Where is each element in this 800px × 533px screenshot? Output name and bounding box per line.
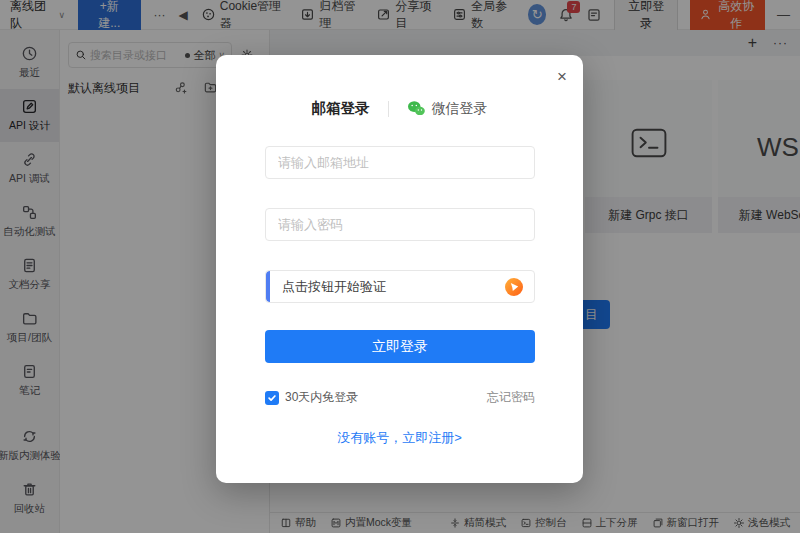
login-modal: × 邮箱登录 微信登录 点击按钮开始验证 立即登录 30天内免登录 忘记密码 没… xyxy=(216,55,583,483)
forgot-password-link[interactable]: 忘记密码 xyxy=(487,389,535,406)
register-link[interactable]: 没有账号，立即注册> xyxy=(216,429,583,447)
tab-wechat-login[interactable]: 微信登录 xyxy=(407,100,488,118)
close-icon[interactable]: × xyxy=(557,68,567,85)
tab-email-login[interactable]: 邮箱登录 xyxy=(312,99,370,118)
captcha-button[interactable]: 点击按钮开始验证 xyxy=(265,270,535,303)
remember-checkbox[interactable] xyxy=(265,391,279,405)
wechat-icon xyxy=(407,100,426,117)
captcha-accent-bar xyxy=(266,271,270,302)
captcha-verify-icon xyxy=(504,277,524,297)
remember-label: 30天内免登录 xyxy=(285,389,358,406)
login-button[interactable]: 立即登录 xyxy=(265,330,535,363)
email-field[interactable] xyxy=(265,146,535,179)
login-tabs: 邮箱登录 微信登录 xyxy=(216,99,583,118)
password-field[interactable] xyxy=(265,208,535,241)
tab-wechat-label: 微信登录 xyxy=(432,100,488,118)
login-options: 30天内免登录 忘记密码 xyxy=(265,389,535,406)
captcha-label: 点击按钮开始验证 xyxy=(282,278,386,296)
tab-divider xyxy=(388,101,389,117)
